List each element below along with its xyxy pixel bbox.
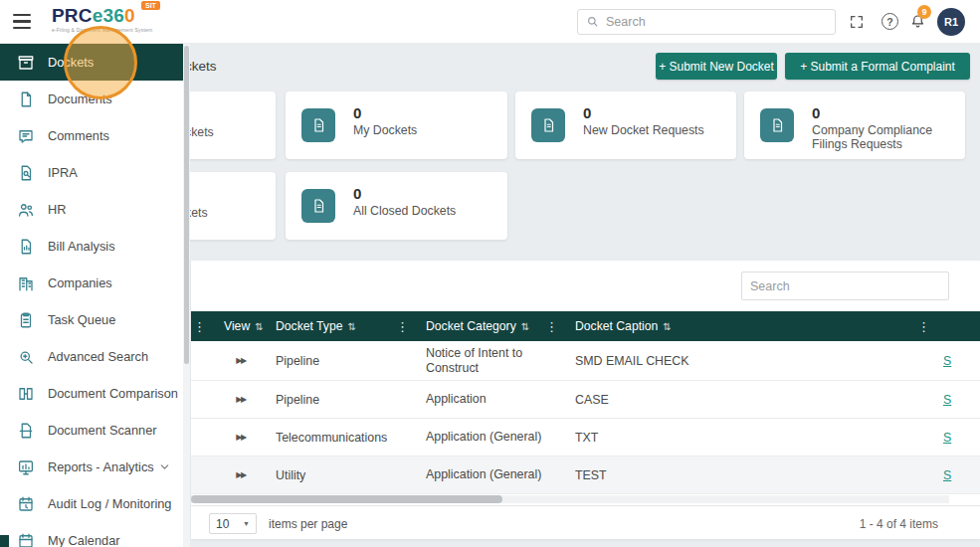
docket-card-icon: [301, 189, 335, 223]
audit-log-icon: [17, 495, 35, 513]
sidebar-item-audit-log[interactable]: Audit Log / Monitoring: [0, 485, 183, 522]
table-row[interactable]: ▶▶ Telecommunications Application (Gener…: [191, 419, 980, 456]
expand-row-icon[interactable]: ▶▶: [231, 341, 251, 380]
sidebar-scrollbar-thumb[interactable]: [184, 46, 189, 364]
card-my-dockets[interactable]: 0 My Dockets: [286, 91, 507, 159]
sidebar-item-label: Document Scanner: [48, 423, 157, 438]
sidebar-item-ipra[interactable]: IPRA: [0, 154, 183, 191]
document-scanner-icon: [17, 422, 35, 440]
dockets-icon: [17, 54, 35, 72]
search-icon: [586, 15, 600, 29]
sidebar-item-dockets[interactable]: Dockets: [0, 44, 183, 81]
column-header-docket-caption[interactable]: Docket Caption ⇅: [575, 311, 672, 341]
horizontal-scrollbar[interactable]: [191, 495, 949, 503]
column-menu-icon[interactable]: ⋮: [193, 311, 206, 341]
sidebar-item-document-comparison[interactable]: Document Comparison: [0, 375, 183, 412]
grid-search-input[interactable]: [741, 272, 949, 300]
sidebar-item-bill-analysis[interactable]: Bill Analysis: [0, 228, 183, 265]
help-glyph: ?: [886, 16, 892, 28]
table-row[interactable]: ▶▶ Pipeline Notice of Intent to Construc…: [191, 341, 980, 381]
cell-docket-category: Application (General): [426, 419, 547, 456]
sidebar-item-companies[interactable]: Companies: [0, 265, 183, 301]
topbar: PRCe360 e-Filing & Document Management S…: [0, 0, 980, 44]
column-title: Docket Type: [276, 319, 343, 333]
column-header-docket-category[interactable]: Docket Category ⇅: [426, 311, 529, 341]
horizontal-scrollbar-thumb[interactable]: [191, 495, 502, 503]
sidebar-item-label: Documents: [48, 91, 112, 106]
sort-icon: ⇅: [255, 321, 263, 332]
sidebar-item-advanced-search[interactable]: Advanced Search: [0, 338, 183, 375]
card-all-closed-dockets[interactable]: 0 All Closed Dockets: [286, 172, 507, 240]
column-title: View: [224, 319, 250, 333]
card-label: New Docket Requests: [583, 123, 722, 137]
column-title: Docket Caption: [575, 319, 658, 333]
card-label: Company Compliance Filings Requests: [812, 123, 943, 151]
column-menu-icon[interactable]: ⋮: [917, 311, 930, 341]
logo-prc-text: PRC: [52, 5, 93, 26]
sidebar-item-hr[interactable]: HR: [0, 191, 183, 228]
expand-row-icon[interactable]: ▶▶: [231, 456, 251, 493]
row-link[interactable]: S: [943, 381, 951, 418]
table-row[interactable]: ▶▶ Pipeline Application CASE S: [191, 381, 980, 419]
column-header-view[interactable]: View ⇅: [224, 311, 264, 341]
sidebar: Dockets Documents Comments IPRA HR Bill …: [0, 44, 183, 547]
my-calendar-icon: [17, 532, 35, 547]
sidebar-scrollbar[interactable]: [183, 44, 190, 547]
cell-docket-category: Notice of Intent to Construct: [426, 341, 547, 380]
hr-icon: [17, 201, 35, 219]
sidebar-item-label: Audit Log / Monitoring: [48, 496, 172, 511]
submit-formal-complaint-button[interactable]: + Submit a Formal Complaint: [785, 53, 970, 80]
column-menu-icon[interactable]: ⋮: [396, 311, 409, 341]
card-value: 0: [353, 185, 361, 202]
card-new-docket-requests[interactable]: 0 New Docket Requests: [515, 91, 736, 159]
environment-badge: SIT: [141, 1, 160, 10]
companies-icon: [17, 274, 35, 292]
sidebar-item-comments[interactable]: Comments: [0, 117, 183, 154]
column-menu-icon[interactable]: ⋮: [545, 311, 558, 341]
grid-header: ⋮ View ⇅ Docket Type ⇅ ⋮ Docket Category…: [191, 311, 980, 341]
docket-card-icon: [531, 108, 565, 142]
cell-docket-type: Telecommunications: [276, 419, 420, 456]
search-input[interactable]: [606, 15, 835, 29]
expand-row-icon[interactable]: ▶▶: [231, 381, 251, 418]
help-icon[interactable]: ?: [882, 13, 898, 30]
fullscreen-icon[interactable]: [849, 14, 865, 30]
sidebar-item-label: IPRA: [48, 165, 78, 180]
app-logo[interactable]: PRCe360 e-Filing & Document Management S…: [52, 6, 152, 33]
page-size-value: 10: [216, 517, 229, 531]
submit-new-docket-button[interactable]: + Submit New Docket: [656, 53, 777, 80]
cell-docket-caption: CASE: [575, 381, 804, 418]
logo-e36-text: e36: [93, 5, 124, 26]
notification-count-badge: 9: [917, 5, 931, 19]
cell-docket-type: Utility: [276, 456, 420, 493]
cell-docket-type: Pipeline: [276, 381, 420, 418]
sidebar-item-my-calendar[interactable]: My Calendar: [0, 522, 183, 547]
hamburger-menu-icon[interactable]: [13, 14, 31, 29]
user-avatar[interactable]: R1: [937, 8, 965, 36]
cell-docket-caption: TEST: [575, 456, 804, 493]
row-link[interactable]: S: [943, 341, 951, 380]
card-value: 0: [583, 104, 591, 121]
row-link[interactable]: S: [943, 456, 951, 493]
column-header-docket-type[interactable]: Docket Type ⇅: [276, 311, 356, 341]
chevron-down-icon: [158, 460, 171, 473]
card-company-compliance-filings[interactable]: 0 Company Compliance Filings Requests: [744, 91, 965, 159]
sidebar-item-label: Bill Analysis: [48, 239, 115, 254]
row-link[interactable]: S: [943, 419, 951, 456]
sidebar-item-task-queue[interactable]: Task Queue: [0, 301, 183, 338]
dockets-grid-panel: ⋮ View ⇅ Docket Type ⇅ ⋮ Docket Category…: [191, 261, 980, 539]
sidebar-item-label: Comments: [48, 128, 109, 143]
sidebar-item-document-scanner[interactable]: Document Scanner: [0, 412, 183, 449]
page-size-select[interactable]: 10 ▼: [209, 513, 257, 534]
table-row[interactable]: ▶▶ Utility Application (General) TEST S: [191, 456, 980, 494]
card-value: 0: [353, 104, 361, 121]
reports-analytics-icon: [17, 458, 35, 476]
sidebar-item-documents[interactable]: Documents: [0, 81, 183, 117]
items-per-page-label: items per page: [269, 517, 347, 531]
cell-docket-category: Application (General): [426, 456, 547, 493]
expand-row-icon[interactable]: ▶▶: [231, 419, 251, 456]
sidebar-item-reports-analytics[interactable]: Reports - Analytics: [0, 449, 183, 485]
documents-icon: [17, 91, 35, 108]
cell-docket-type: Pipeline: [276, 341, 420, 380]
sidebar-item-label: Dockets: [48, 55, 94, 70]
